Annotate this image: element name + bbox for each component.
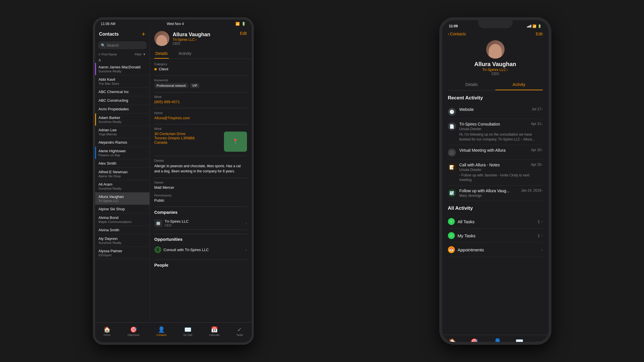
list-item[interactable]: Aly Daynon Sunshine Realty (95, 234, 150, 247)
list-item[interactable]: Alvina Bond Maple Communications (95, 213, 150, 226)
nav-home[interactable]: 🏠 Home (103, 326, 111, 336)
address-line2[interactable]: Toronto Ontario L3R8B8 (154, 136, 195, 140)
nav-home-label: Home (103, 334, 110, 336)
details-label: Details (154, 159, 247, 162)
nav-tasks[interactable]: ✓ Tasks (236, 326, 243, 336)
battery-icon: 🔋 (241, 22, 246, 26)
activity-content: Virtual Meeting with Allura Apr 20 › (459, 148, 543, 153)
list-item[interactable]: Alex Smith (95, 159, 150, 168)
nav-objectives[interactable]: 🎯 Objectives (127, 326, 139, 336)
nav-tasks-label: Tasks (236, 334, 243, 336)
iphone-nav-contacts[interactable]: 👤 Contacts (492, 338, 503, 345)
iphone-edit-button[interactable]: Edit (536, 32, 543, 36)
ipad-time: 11:08 AM (101, 22, 116, 26)
filter-button[interactable]: Filter ▼ (135, 53, 146, 56)
iphone-avatar (486, 40, 505, 59)
category-section: Category Client (154, 62, 247, 71)
my-tasks-row[interactable]: ✓ My Tasks 1 › (448, 229, 543, 243)
permissions-value: Public (154, 198, 247, 203)
list-item[interactable]: Adrian Lee Yoga Mamas (95, 126, 150, 138)
address-line1[interactable]: 30 Centurian Drive (154, 132, 195, 136)
all-tasks-row[interactable]: ✓ All Tasks 1 › (448, 215, 543, 229)
list-item[interactable]: Alpine Ski Shop (95, 205, 150, 213)
list-item[interactable]: Acrix Propiedades (95, 105, 150, 113)
clock-icon: 🕐 (448, 108, 456, 116)
nav-mymail[interactable]: ✉️ My Mail (183, 326, 192, 336)
tasks-icon: ✓ (237, 326, 242, 333)
address-block: 30 Centurian Drive Toronto Ontario L3R8B… (154, 132, 247, 152)
home-icon: 🏠 (448, 338, 456, 345)
search-bar[interactable]: 🔍 Search (98, 41, 147, 49)
iphone-company-link[interactable]: Tri-Spires LLC › (482, 68, 508, 72)
contact-list: A Aaron James MacDonald Sunshine Realty … (95, 58, 150, 322)
opportunity-row[interactable]: $ Consult with Tri-Spires LLC › (154, 244, 247, 255)
company-row[interactable]: 🏢 Tri-Spires LLC CEO › (154, 217, 247, 230)
activity-title: Call with Allura - Notes (459, 163, 500, 167)
iphone-nav-bar: ‹ Contacts Edit (442, 30, 549, 38)
list-item[interactable]: Adam Barker Sunshine Realty (95, 113, 150, 126)
company-info: Tri-Spires LLC CEO (165, 219, 189, 227)
ipad-status-icons: 📶 🔋 (235, 22, 246, 26)
all-tasks-label: All Tasks (458, 219, 475, 224)
mail-icon: ✉️ (515, 338, 523, 345)
filter-bar: ≡ First Name Filter ▼ (95, 51, 150, 58)
list-item[interactable]: Alvina Smith (95, 226, 150, 234)
list-item[interactable]: Aaron James MacDonald Sunshine Realty (95, 63, 150, 75)
company-link[interactable]: Tri-Spires LLC › (173, 38, 210, 42)
ipad-status-bar: 11:08 AM Wed Nov 4 📶 🔋 (95, 20, 252, 28)
list-item[interactable]: ABC Chemical Inc (95, 88, 150, 96)
edit-button[interactable]: Edit (240, 31, 247, 36)
iphone-nav-objectives[interactable]: 🎯 Objectives (468, 338, 480, 345)
divider (154, 207, 247, 207)
activity-item-consultation[interactable]: 📄 Tri-Spires Consultation Apr 21 › Ursul… (448, 119, 543, 145)
list-item[interactable]: Alejandro Ramos (95, 138, 150, 147)
nav-calendar[interactable]: 📅 Calendar (209, 326, 220, 336)
iphone-tab-details[interactable]: Details (448, 79, 495, 90)
list-item-allura[interactable]: Allura Vaughan Tri-Spires LLC (95, 192, 150, 205)
category-value: Client (154, 67, 247, 71)
address-line3[interactable]: Canada (154, 140, 195, 145)
my-tasks-label: My Tasks (458, 233, 476, 238)
nav-contacts[interactable]: 👤 Contacts (156, 326, 167, 336)
tab-activity[interactable]: Activity (177, 49, 192, 59)
activity-author: Ursula Drexler (459, 127, 543, 131)
chevron-right-icon: › (542, 234, 543, 237)
contact-info: Allura Vaughan Tri-Spires LLC › CEO (173, 32, 210, 46)
tab-details[interactable]: Details (154, 49, 169, 59)
list-item[interactable]: ABC Constructing (95, 96, 150, 105)
list-item[interactable]: Ali Aram Sunshine Realty (95, 180, 150, 192)
list-item[interactable]: Alfred E Newman Alpine Ski Shop (95, 168, 150, 180)
iphone-tab-activity[interactable]: Activity (495, 79, 543, 90)
activity-date: Apr 20 › (531, 148, 543, 152)
activity-item-meeting[interactable]: 🎥 Virtual Meeting with Allura Apr 20 › (448, 145, 543, 160)
appointments-row[interactable]: 📅 Appointments › (448, 243, 543, 257)
iphone-nav-home[interactable]: 🏠 Home (448, 338, 456, 345)
iphone-nav-more[interactable]: ⋯ More (536, 338, 542, 345)
address-label: Work (154, 127, 247, 130)
work-phone[interactable]: (905) 889-4571 (154, 100, 247, 104)
map-thumbnail[interactable] (224, 132, 247, 152)
objectives-icon: 🎯 (470, 338, 478, 345)
bottom-nav: 🏠 Home 🎯 Objectives 👤 Contacts ✉️ My Mai… (95, 322, 252, 340)
activity-item-notes[interactable]: 📝 Call with Allura - Notes Apr 20 › Ursu… (448, 160, 543, 186)
nav-contacts-label: Contacts (156, 334, 167, 336)
add-contact-button[interactable]: + (142, 30, 145, 38)
list-item[interactable]: Alyssa Palmer IOSXpert (95, 247, 150, 259)
divider (154, 259, 247, 260)
sidebar-header: Contacts + (95, 28, 150, 40)
activity-item-followup[interactable]: ☑️ Follow up with Allura Vaug... Jan 24,… (448, 186, 543, 201)
list-item[interactable]: Abbi Kavil The Mac Store (95, 75, 150, 88)
chevron-left-icon: ‹ (448, 32, 449, 36)
company-icon: 🏢 (154, 219, 162, 227)
search-icon: 🔍 (101, 43, 105, 47)
wifi-icon: 📶 (235, 22, 240, 26)
filter-icon: ≡ (99, 53, 100, 56)
list-item[interactable]: Alerie Hightower Flowers on Bay (95, 147, 150, 159)
back-button[interactable]: ‹ Contacts (448, 32, 466, 36)
activity-item-website[interactable]: 🕐 Website Jul 17 › (448, 104, 543, 119)
keyword-tags: Professional network VIP (154, 83, 247, 88)
activity-date: Apr 21 › (531, 122, 543, 126)
iphone-nav-mymail[interactable]: ✉️ My Mail (515, 338, 524, 345)
search-input[interactable]: Search (107, 43, 119, 47)
home-email[interactable]: Allura@Trispires.com (154, 116, 247, 120)
